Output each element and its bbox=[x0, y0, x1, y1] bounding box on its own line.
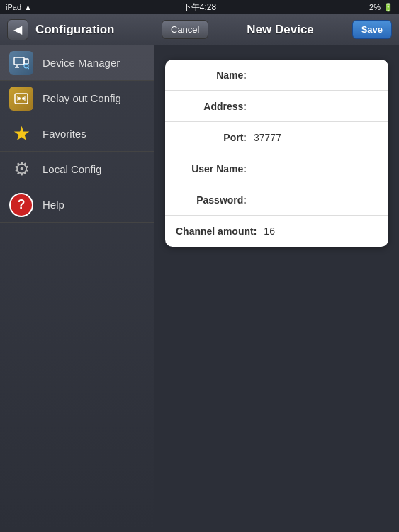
sidebar-item-device-manager[interactable]: Device Manager bbox=[0, 45, 154, 81]
svg-rect-6 bbox=[15, 94, 28, 104]
form-row-password: Password: bbox=[165, 184, 388, 216]
name-label: Name: bbox=[176, 70, 254, 81]
sidebar-item-favorites[interactable]: ★ Favorites bbox=[0, 116, 154, 152]
new-device-form: Name: Address: Port: 37777 User Name: Pa… bbox=[165, 60, 388, 247]
form-row-address: Address: bbox=[165, 91, 388, 122]
svg-rect-1 bbox=[24, 59, 28, 64]
channel-amount-value: 16 bbox=[264, 226, 378, 237]
svg-line-5 bbox=[28, 67, 29, 69]
sidebar-item-local-config[interactable]: ⚙ Local Config bbox=[0, 152, 154, 187]
username-input[interactable] bbox=[254, 162, 378, 176]
sidebar-item-local-config-label: Local Config bbox=[43, 163, 101, 175]
relay-icon bbox=[9, 87, 33, 111]
sidebar-item-favorites-label: Favorites bbox=[43, 128, 86, 140]
gear-icon: ⚙ bbox=[9, 157, 33, 182]
relay-icon-container bbox=[9, 86, 34, 111]
name-input[interactable] bbox=[254, 68, 378, 82]
sidebar-header: ◀ Configuration bbox=[0, 14, 154, 45]
sidebar-item-help-label: Help bbox=[43, 199, 64, 211]
channel-amount-label: Channel amount: bbox=[176, 226, 264, 237]
form-row-name: Name: bbox=[165, 60, 388, 91]
status-left: iPad ▲ bbox=[6, 3, 32, 11]
form-row-channel-amount: Channel amount: 16 bbox=[165, 216, 388, 247]
content-title: New Device bbox=[247, 23, 314, 37]
device-icon-svg bbox=[13, 55, 29, 71]
status-right: 2% 🔋 bbox=[369, 3, 393, 12]
content-area: Cancel New Device Save Name: Address: Po… bbox=[154, 14, 399, 532]
port-value: 37777 bbox=[254, 132, 378, 143]
device-label: iPad bbox=[6, 3, 21, 11]
svg-point-7 bbox=[18, 97, 21, 100]
gear-icon-container: ⚙ bbox=[9, 157, 34, 182]
sidebar-item-relay-out-config[interactable]: Relay out Config bbox=[0, 81, 154, 116]
status-bar: iPad ▲ 下午4:28 2% 🔋 bbox=[0, 0, 399, 14]
address-label: Address: bbox=[176, 101, 254, 112]
port-label: Port: bbox=[176, 132, 254, 143]
help-icon: ? bbox=[9, 193, 33, 217]
back-icon: ◀ bbox=[13, 23, 22, 36]
status-time: 下午4:28 bbox=[183, 1, 216, 13]
device-manager-icon bbox=[9, 51, 33, 75]
relay-icon-svg bbox=[13, 91, 29, 106]
star-icon-container: ★ bbox=[9, 121, 34, 147]
address-input[interactable] bbox=[254, 99, 378, 113]
username-label: User Name: bbox=[176, 163, 254, 174]
password-label: Password: bbox=[176, 194, 254, 206]
main-layout: ◀ Configuration Device Manager bbox=[0, 14, 399, 532]
save-button[interactable]: Save bbox=[352, 20, 392, 39]
sidebar-item-help[interactable]: ? Help bbox=[0, 187, 154, 223]
help-icon-container: ? bbox=[9, 192, 34, 218]
battery-label: 2% bbox=[369, 3, 381, 11]
content-header: Cancel New Device Save bbox=[154, 14, 399, 45]
password-input[interactable] bbox=[254, 193, 378, 207]
device-manager-icon-container bbox=[9, 50, 34, 76]
form-row-username: User Name: bbox=[165, 153, 388, 184]
wifi-icon: ▲ bbox=[24, 3, 32, 11]
cancel-button[interactable]: Cancel bbox=[162, 20, 208, 39]
sidebar-title: Configuration bbox=[35, 23, 114, 37]
svg-point-8 bbox=[22, 97, 25, 100]
back-button[interactable]: ◀ bbox=[7, 19, 28, 40]
battery-icon: 🔋 bbox=[383, 3, 393, 12]
sidebar-item-relay-label: Relay out Config bbox=[43, 92, 121, 104]
form-row-port: Port: 37777 bbox=[165, 122, 388, 153]
star-icon: ★ bbox=[9, 122, 33, 146]
svg-rect-0 bbox=[14, 57, 24, 65]
sidebar: ◀ Configuration Device Manager bbox=[0, 14, 154, 532]
sidebar-item-device-manager-label: Device Manager bbox=[43, 57, 120, 69]
